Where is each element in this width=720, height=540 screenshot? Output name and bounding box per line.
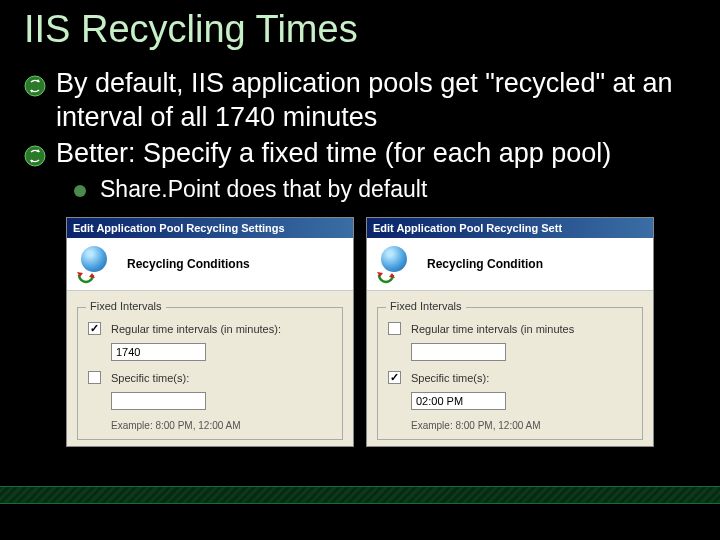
bullet-icon xyxy=(24,145,46,167)
interval-input[interactable] xyxy=(111,343,206,361)
specific-time-label: Specific time(s): xyxy=(411,372,489,384)
fixed-intervals-group: Fixed Intervals Regular time intervals (… xyxy=(377,307,643,440)
recycle-icon xyxy=(377,246,413,282)
specific-time-row: Specific time(s): xyxy=(88,371,332,384)
dialog-body: Fixed Intervals Regular time intervals (… xyxy=(367,291,653,446)
fixed-intervals-group: Fixed Intervals Regular time intervals (… xyxy=(77,307,343,440)
group-label: Fixed Intervals xyxy=(86,300,166,312)
sub-bullet-dot xyxy=(74,185,86,197)
recycle-icon xyxy=(77,246,113,282)
specific-time-input[interactable] xyxy=(411,392,506,410)
interval-row: Regular time intervals (in minutes): xyxy=(88,322,332,335)
decorative-stripe xyxy=(0,486,720,504)
specific-time-label: Specific time(s): xyxy=(111,372,189,384)
specific-time-checkbox[interactable] xyxy=(88,371,101,384)
svg-point-1 xyxy=(25,146,45,166)
dialog-header-text: Recycling Conditions xyxy=(127,257,250,271)
interval-label: Regular time intervals (in minutes): xyxy=(111,323,281,335)
example-text: Example: 8:00 PM, 12:00 AM xyxy=(111,420,332,431)
interval-checkbox[interactable] xyxy=(88,322,101,335)
bullet-1-text: By default, IIS application pools get "r… xyxy=(56,67,696,135)
interval-row: Regular time intervals (in minutes xyxy=(388,322,632,335)
bullet-1: By default, IIS application pools get "r… xyxy=(24,67,696,135)
dialog-header: Recycling Condition xyxy=(367,238,653,291)
dialog-title-bar: Edit Application Pool Recycling Sett xyxy=(367,218,653,238)
dialogs-container: Edit Application Pool Recycling Settings… xyxy=(24,217,696,447)
specific-time-checkbox[interactable] xyxy=(388,371,401,384)
recycling-dialog-left: Edit Application Pool Recycling Settings… xyxy=(66,217,354,447)
dialog-header: Recycling Conditions xyxy=(67,238,353,291)
bullet-2: Better: Specify a fixed time (for each a… xyxy=(24,137,696,171)
interval-checkbox[interactable] xyxy=(388,322,401,335)
slide-content: By default, IIS application pools get "r… xyxy=(0,67,720,447)
bullet-icon xyxy=(24,75,46,97)
sub-bullet-1-text: Share.Point does that by default xyxy=(100,176,427,203)
example-text: Example: 8:00 PM, 12:00 AM xyxy=(411,420,632,431)
specific-time-row: Specific time(s): xyxy=(388,371,632,384)
recycling-dialog-right: Edit Application Pool Recycling Sett Rec… xyxy=(366,217,654,447)
specific-time-input[interactable] xyxy=(111,392,206,410)
svg-point-0 xyxy=(25,76,45,96)
group-label: Fixed Intervals xyxy=(386,300,466,312)
sub-bullet-1: Share.Point does that by default xyxy=(74,176,696,203)
dialog-body: Fixed Intervals Regular time intervals (… xyxy=(67,291,353,446)
interval-label: Regular time intervals (in minutes xyxy=(411,323,574,335)
dialog-header-text: Recycling Condition xyxy=(427,257,543,271)
slide-title: IIS Recycling Times xyxy=(0,0,720,67)
interval-input[interactable] xyxy=(411,343,506,361)
bullet-2-text: Better: Specify a fixed time (for each a… xyxy=(56,137,611,171)
dialog-title-bar: Edit Application Pool Recycling Settings xyxy=(67,218,353,238)
